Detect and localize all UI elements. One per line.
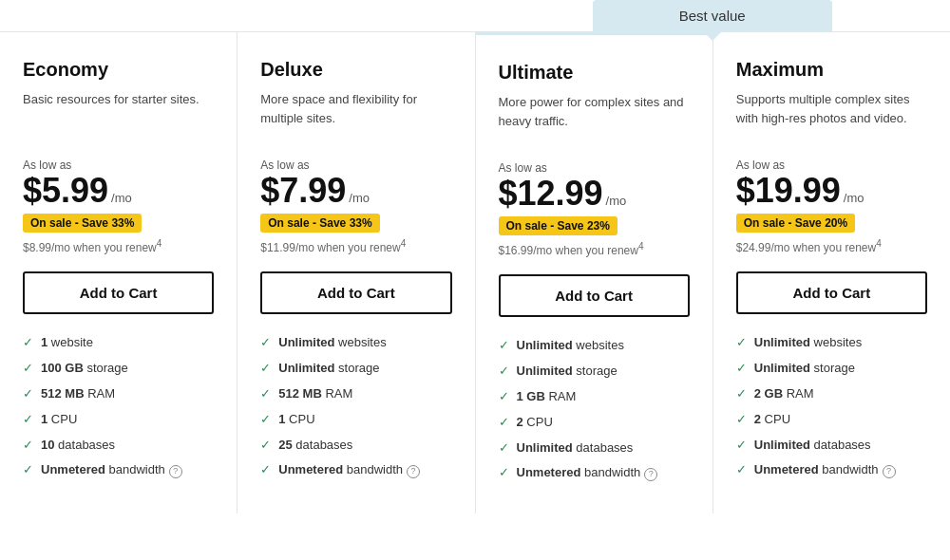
feature-bold: 2 (517, 415, 523, 429)
info-icon[interactable]: ? (169, 465, 182, 478)
feature-item: ✓ 2 CPU (499, 415, 690, 431)
feature-bold: 512 MB (41, 386, 85, 401)
feature-item: ✓ 100 GB storage (23, 361, 214, 377)
feature-text: 512 MB RAM (278, 386, 352, 402)
feature-text: Unlimited websites (517, 338, 624, 354)
feature-item: ✓ Unlimited storage (260, 361, 451, 377)
price-amount: $19.99 (736, 174, 841, 208)
renew-price: $24.99/mo when you renew4 (736, 238, 927, 254)
feature-bold: Unlimited (517, 440, 573, 455)
price-amount: $12.99 (499, 177, 603, 211)
info-icon[interactable]: ? (883, 465, 896, 478)
renew-price: $16.99/mo when you renew4 (499, 241, 690, 257)
feature-item: ✓ 1 website (23, 335, 214, 351)
feature-bold: 100 GB (41, 361, 84, 375)
feature-text: 10 databases (41, 438, 115, 454)
feature-bold: Unmetered (754, 462, 819, 476)
best-value-banner: Best value (593, 0, 832, 31)
renew-superscript: 4 (638, 241, 644, 252)
feature-bold: 1 (278, 412, 285, 426)
plan-name: Ultimate (499, 62, 690, 84)
check-icon: ✓ (736, 335, 747, 351)
renew-price: $11.99/mo when you renew4 (260, 238, 451, 254)
plan-description: More space and flexibility for multiple … (260, 90, 451, 140)
feature-item: ✓ 1 CPU (260, 412, 451, 428)
check-icon: ✓ (23, 438, 33, 454)
check-icon: ✓ (260, 361, 271, 377)
renew-superscript: 4 (876, 238, 882, 249)
feature-bold: 2 GB (754, 386, 783, 401)
check-icon: ✓ (499, 338, 509, 354)
feature-item: ✓ 2 CPU (736, 412, 927, 428)
add-to-cart-button[interactable]: Add to Cart (23, 271, 214, 314)
feature-text: 1 CPU (41, 412, 77, 428)
feature-bold: Unlimited (278, 335, 334, 349)
feature-text: 1 website (41, 335, 93, 351)
feature-bold: 512 MB (278, 386, 322, 401)
plan-name: Deluxe (260, 59, 451, 81)
feature-item: ✓ Unmetered bandwidth? (736, 462, 927, 478)
feature-text: Unlimited websites (278, 335, 386, 351)
feature-bold: Unlimited (754, 438, 810, 452)
price-label: As low as (736, 159, 927, 172)
plan-column-deluxe: Deluxe More space and flexibility for mu… (238, 32, 475, 513)
renew-superscript: 4 (157, 238, 162, 249)
price-amount: $7.99 (260, 174, 346, 208)
sale-badge: On sale - Save 33% (260, 214, 379, 233)
feature-item: ✓ 10 databases (23, 438, 214, 454)
price-label: As low as (499, 161, 690, 175)
check-icon: ✓ (736, 438, 747, 454)
feature-item: ✓ Unlimited storage (499, 364, 690, 380)
add-to-cart-button[interactable]: Add to Cart (260, 271, 451, 314)
price-label: As low as (260, 159, 451, 172)
features-list: ✓ Unlimited websites ✓ Unlimited storage… (736, 335, 927, 478)
feature-bold: Unmetered (517, 465, 581, 479)
price-row: $5.99 /mo (23, 174, 214, 208)
feature-bold: Unlimited (517, 364, 573, 378)
feature-text: Unlimited websites (754, 335, 862, 351)
check-icon: ✓ (23, 361, 33, 377)
price-row: $19.99 /mo (736, 174, 927, 208)
feature-text: 1 CPU (278, 412, 314, 428)
info-icon[interactable]: ? (644, 468, 657, 481)
plan-column-economy: Economy Basic resources for starter site… (0, 32, 238, 513)
feature-bold: 1 (41, 412, 48, 426)
add-to-cart-button[interactable]: Add to Cart (499, 274, 690, 317)
check-icon: ✓ (23, 335, 33, 351)
sale-badge: On sale - Save 23% (499, 216, 618, 235)
plan-description: Supports multiple complex sites with hig… (736, 90, 927, 140)
feature-item: ✓ Unlimited websites (260, 335, 451, 351)
feature-text: 512 MB RAM (41, 386, 115, 402)
features-list: ✓ 1 website ✓ 100 GB storage ✓ 512 MB RA… (23, 335, 214, 478)
check-icon: ✓ (736, 412, 747, 428)
price-row: $12.99 /mo (499, 177, 690, 211)
feature-text: Unmetered bandwidth? (754, 462, 896, 478)
feature-item: ✓ Unlimited databases (736, 438, 927, 454)
price-amount: $5.99 (23, 174, 108, 208)
feature-text: Unmetered bandwidth? (517, 465, 658, 481)
price-period: /mo (111, 191, 132, 205)
feature-bold: Unlimited (754, 335, 810, 349)
feature-bold: 10 (41, 438, 54, 452)
feature-bold: 1 (41, 335, 48, 349)
feature-item: ✓ Unmetered bandwidth? (23, 462, 214, 478)
check-icon: ✓ (23, 462, 33, 478)
check-icon: ✓ (736, 386, 747, 402)
feature-item: ✓ 1 CPU (23, 412, 214, 428)
feature-text: Unlimited storage (517, 364, 618, 380)
plan-description: Basic resources for starter sites. (23, 90, 214, 140)
check-icon: ✓ (499, 440, 509, 457)
feature-bold: 25 (278, 438, 292, 452)
check-icon: ✓ (260, 462, 271, 478)
add-to-cart-button[interactable]: Add to Cart (736, 271, 927, 314)
check-icon: ✓ (260, 438, 271, 454)
feature-bold: 2 (754, 412, 761, 426)
info-icon[interactable]: ? (407, 465, 420, 478)
sale-badge: On sale - Save 33% (23, 214, 142, 233)
feature-text: Unlimited storage (278, 361, 379, 377)
feature-text: 25 databases (278, 438, 352, 454)
feature-bold: Unlimited (517, 338, 573, 352)
check-icon: ✓ (260, 386, 271, 402)
price-label: As low as (23, 159, 214, 172)
feature-bold: Unmetered (41, 462, 105, 476)
